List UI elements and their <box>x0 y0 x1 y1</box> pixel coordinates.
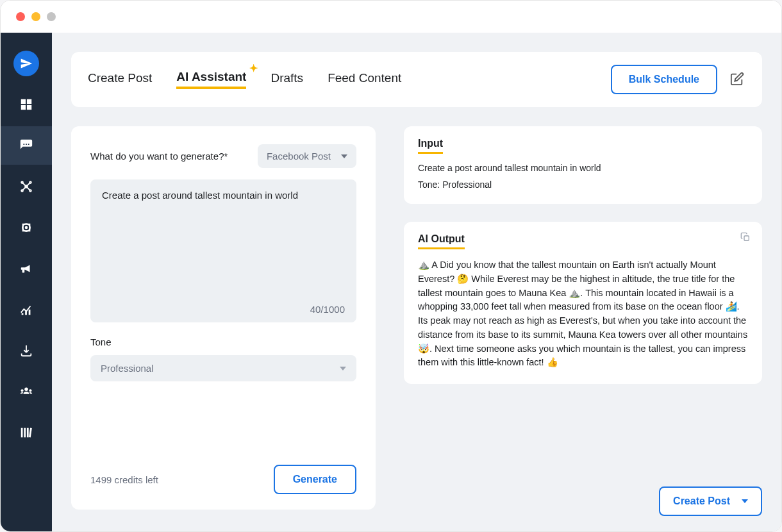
svg-line-9 <box>22 183 26 187</box>
paper-plane-icon <box>20 57 33 70</box>
svg-rect-22 <box>24 428 26 438</box>
footer-actions: Create Post <box>659 486 762 516</box>
tab-label: AI Assistant <box>176 70 246 83</box>
post-type-value: Facebook Post <box>267 151 331 162</box>
chevron-down-icon <box>742 499 748 503</box>
input-card: Input Create a post around tallest mount… <box>404 126 762 204</box>
download-icon <box>19 344 33 358</box>
sidebar-item-download[interactable] <box>1 331 52 370</box>
chat-icon <box>19 138 33 153</box>
svg-rect-0 <box>21 99 26 104</box>
svg-rect-24 <box>29 428 32 438</box>
people-icon <box>19 385 34 399</box>
bulk-schedule-button[interactable]: Bulk Schedule <box>611 65 717 94</box>
generate-button[interactable]: Generate <box>274 465 356 494</box>
tabs: Create Post AI Assistant ✦ Drafts Feed C… <box>88 70 401 89</box>
tone-value: Professional <box>101 363 154 374</box>
prompt-textarea[interactable] <box>102 190 345 299</box>
input-line-prompt: Create a post around tallest mountain in… <box>418 163 748 173</box>
svg-point-18 <box>24 388 28 392</box>
sidebar-item-target[interactable] <box>1 208 52 247</box>
input-line-tone: Tone: Professional <box>418 179 748 190</box>
credits-left: 1499 credits left <box>90 474 158 485</box>
tone-select[interactable]: Professional <box>90 355 356 381</box>
output-text: ⛰️ A Did you know that the tallest mount… <box>418 258 748 370</box>
output-title: AI Output <box>418 233 465 249</box>
output-card: AI Output ⛰️ A Did you know that the tal… <box>404 222 762 384</box>
sidebar-item-network[interactable] <box>1 167 52 206</box>
header-card: Create Post AI Assistant ✦ Drafts Feed C… <box>71 52 762 107</box>
sidebar-item-library[interactable] <box>1 413 52 452</box>
columns: What do you want to generate?* Facebook … <box>71 126 762 510</box>
svg-point-19 <box>21 389 24 392</box>
svg-rect-21 <box>21 428 23 438</box>
copy-icon[interactable] <box>740 232 751 242</box>
tab-ai-assistant[interactable]: AI Assistant ✦ <box>176 70 246 89</box>
window-close-icon[interactable] <box>16 12 25 21</box>
chevron-down-icon <box>340 367 346 370</box>
chevron-down-icon <box>341 154 347 158</box>
sidebar-item-dashboard[interactable] <box>1 85 52 124</box>
svg-rect-2 <box>21 105 26 110</box>
create-post-button[interactable]: Create Post <box>659 486 762 516</box>
svg-rect-15 <box>22 313 24 315</box>
library-icon <box>19 426 33 440</box>
app-window: Create Post AI Assistant ✦ Drafts Feed C… <box>0 0 782 532</box>
header-actions: Bulk Schedule <box>611 65 745 94</box>
svg-point-14 <box>26 227 28 229</box>
edit-icon[interactable] <box>730 72 745 87</box>
svg-rect-3 <box>27 105 31 110</box>
main-content: Create Post AI Assistant ✦ Drafts Feed C… <box>52 33 781 531</box>
grid-icon <box>19 97 33 112</box>
prompt-textarea-wrap: 40/1000 <box>90 179 356 322</box>
app-body: Create Post AI Assistant ✦ Drafts Feed C… <box>1 33 781 531</box>
window-maximize-icon[interactable] <box>47 12 56 21</box>
svg-line-12 <box>26 187 30 190</box>
sidebar-item-messages[interactable] <box>1 126 52 165</box>
create-post-label: Create Post <box>673 495 730 507</box>
tab-create-post[interactable]: Create Post <box>88 71 152 88</box>
megaphone-icon <box>19 262 33 276</box>
sidebar-item-analytics[interactable] <box>1 290 52 329</box>
svg-rect-17 <box>29 310 31 315</box>
sidebar-item-team[interactable] <box>1 372 52 411</box>
sparkle-icon: ✦ <box>249 62 258 74</box>
target-icon <box>20 221 33 234</box>
svg-rect-1 <box>27 99 31 104</box>
sidebar-item-announce[interactable] <box>1 249 52 288</box>
generate-form: What do you want to generate?* Facebook … <box>71 126 376 510</box>
tone-label: Tone <box>90 337 356 347</box>
prompt-label: What do you want to generate?* <box>90 151 228 162</box>
sidebar <box>1 33 52 531</box>
svg-rect-16 <box>25 312 27 315</box>
titlebar <box>1 1 781 33</box>
tab-feed-content[interactable]: Feed Content <box>328 71 401 88</box>
window-minimize-icon[interactable] <box>31 12 40 21</box>
char-counter: 40/1000 <box>102 304 345 315</box>
sidebar-item-send[interactable] <box>1 44 52 83</box>
svg-rect-25 <box>744 236 749 240</box>
input-title: Input <box>418 138 443 154</box>
svg-line-10 <box>26 183 30 187</box>
svg-rect-23 <box>27 428 29 438</box>
right-column: Input Create a post around tallest mount… <box>404 126 762 510</box>
post-type-select[interactable]: Facebook Post <box>258 144 356 168</box>
tab-drafts[interactable]: Drafts <box>270 71 303 88</box>
svg-point-20 <box>29 389 31 392</box>
svg-line-11 <box>22 187 26 190</box>
network-icon <box>19 179 33 194</box>
analytics-icon <box>19 303 33 317</box>
